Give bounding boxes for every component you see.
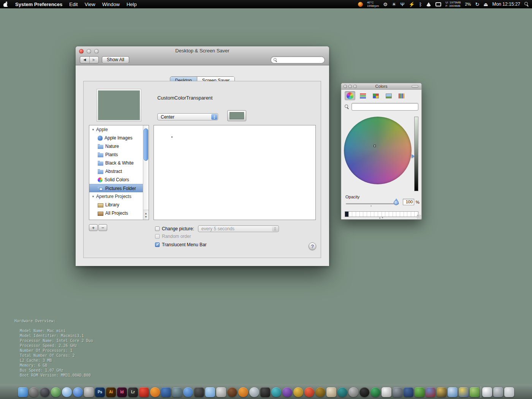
sidebar-item[interactable]: Black & White [89,159,143,167]
color-wheel-marker[interactable] [374,145,376,147]
illustrator[interactable]: Ai [106,387,116,397]
green-app[interactable] [51,387,61,397]
color-wheel[interactable] [344,117,412,184]
bluered-app[interactable] [426,387,435,397]
color-swatch[interactable] [363,212,367,217]
sync-menu-icon[interactable]: ↻ [475,2,479,7]
color-swatch[interactable] [411,212,415,217]
black-camera-app[interactable] [260,387,270,397]
sidebar-item[interactable]: Library [89,201,143,209]
bluetooth-menu-icon[interactable]: ᛒ [419,2,422,7]
color-swatch[interactable] [378,212,382,217]
globe-app[interactable] [40,387,50,397]
yellowblue-app[interactable] [459,387,469,397]
sliders-mode-button[interactable] [358,91,368,100]
gray-orb-app[interactable] [348,387,358,397]
teal-swirl-app[interactable] [271,387,281,397]
scrollbar-arrows[interactable] [143,210,149,220]
navy-app[interactable] [404,387,413,397]
scrollbar-thumb[interactable] [144,128,148,161]
brightness-slider-thumb[interactable] [412,154,415,158]
color-wheel-mode-button[interactable] [345,91,355,100]
indesign[interactable]: Id [117,387,127,397]
color-swatch[interactable] [407,212,411,217]
slate-app[interactable] [172,387,182,397]
gear-menu-icon[interactable]: ⚙ [383,2,388,7]
menu-window[interactable]: Window [102,2,120,7]
remove-folder-button[interactable]: − [98,224,107,231]
color-swatch[interactable] [356,212,360,217]
record-red-app[interactable] [359,387,369,397]
colors-titlebar[interactable]: Colors [341,83,421,90]
colors-search-field[interactable] [352,103,418,111]
sidebar-item[interactable]: Plants [89,150,143,159]
translucent-menubar-checkbox[interactable] [155,242,160,247]
disclosure-triangle-icon[interactable] [92,195,96,198]
minimize-button[interactable] [348,85,352,88]
color-swatch[interactable] [374,212,378,217]
antenna-menu-icon[interactable]: Ψ [401,2,405,7]
color-swatch[interactable] [393,212,397,217]
displays-menu-icon[interactable] [435,2,441,6]
color-swatch[interactable] [371,212,375,217]
sidebar-item[interactable]: Apple [89,125,143,134]
sidebar-item[interactable]: Nature [89,142,143,150]
dark-app[interactable] [194,387,204,397]
color-swatch[interactable] [349,212,353,217]
crayons-mode-button[interactable] [396,91,407,100]
colors-search-input[interactable] [352,103,418,110]
red-orb-app[interactable] [304,387,314,397]
spotlight-icon[interactable] [524,2,529,6]
color-swatch[interactable] [367,212,371,217]
wifi-menu-icon[interactable] [426,2,431,6]
camera-app[interactable] [84,387,94,397]
color-swatch[interactable] [385,212,389,217]
orange-app[interactable] [238,387,248,397]
piano-app[interactable] [382,387,391,397]
sidebar-item[interactable]: Abstract [89,167,143,176]
itunes[interactable] [73,387,83,397]
menu-edit[interactable]: Edit [69,2,78,7]
help-button[interactable]: ? [309,242,316,250]
color-swatch[interactable] [352,212,356,217]
gold-app[interactable] [293,387,303,397]
color-swatch[interactable] [404,212,408,217]
menu-view[interactable]: View [85,2,95,7]
add-folder-button[interactable]: + [89,224,98,231]
firefox[interactable] [150,387,160,397]
image-mode-button[interactable] [383,91,394,100]
opacity-slider-track[interactable] [346,203,399,204]
zoom-button[interactable] [353,85,357,88]
position-popup[interactable]: Center [157,113,218,120]
eject-menu-icon[interactable]: ⏏ [483,2,488,7]
record-green-app[interactable] [370,387,380,397]
greenpair-app[interactable] [470,387,480,397]
prefs-search-field[interactable] [271,56,325,63]
back-button[interactable] [80,57,90,63]
close-button[interactable] [344,85,347,88]
sidebar-scrollbar[interactable] [143,125,149,220]
cpu-status[interactable]: 2% [465,2,471,6]
color-swatch[interactable] [400,212,404,217]
color-well-button[interactable] [227,110,246,121]
teal-app[interactable] [337,387,347,397]
blue-orb-app[interactable] [183,387,193,397]
darkgold-app[interactable] [315,387,325,397]
resize-grip[interactable] [417,215,421,219]
lightblue-app[interactable] [205,387,215,397]
sidebar-item[interactable]: Solid Colors [89,176,143,184]
acrobat[interactable] [139,387,149,397]
color-swatch[interactable] [382,212,386,217]
drive-app[interactable] [493,387,503,397]
opacity-slider-knob[interactable] [394,200,399,205]
mail-app[interactable] [249,387,259,397]
badge-app[interactable] [437,387,446,397]
forward-button[interactable] [90,57,99,63]
silver-app[interactable] [216,387,226,397]
picture-thumbnail-dot[interactable] [171,136,173,138]
dial-app[interactable] [29,387,39,397]
search-input[interactable] [279,57,325,62]
color-swatch[interactable] [389,212,393,217]
picture-grid-area[interactable] [154,125,316,220]
dock-separator[interactable] [481,386,481,398]
